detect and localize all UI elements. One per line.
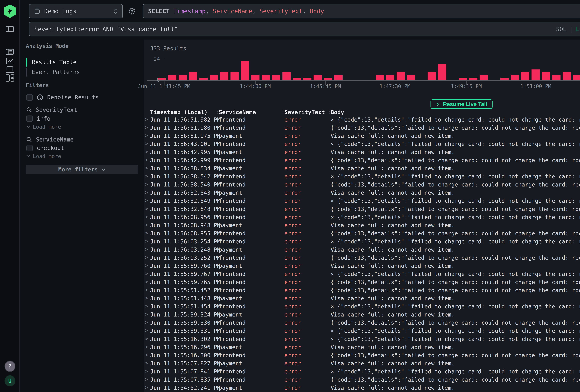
row-expand-chevron-icon[interactable]: > — [145, 206, 148, 212]
table-row[interactable]: > Jun 11 1:56:42.999 PM frontend error {… — [144, 156, 580, 165]
table-row[interactable]: > Jun 11 1:55:16.300 PM frontend error {… — [144, 351, 580, 360]
table-row[interactable]: > Jun 11 1:55:51.454 PM frontend error ×… — [144, 303, 580, 311]
row-expand-chevron-icon[interactable]: > — [145, 165, 148, 171]
histogram-bar[interactable] — [397, 72, 405, 80]
row-expand-chevron-icon[interactable]: > — [145, 255, 148, 260]
facet-servicename-header[interactable]: ServiceName — [26, 136, 74, 143]
table-row[interactable]: > Jun 11 1:56:38.534 PM payment error Vi… — [144, 165, 580, 173]
row-expand-chevron-icon[interactable]: > — [145, 246, 148, 252]
denoise-results-row[interactable]: Denoise Results — [26, 94, 99, 101]
select-clause-input[interactable]: SELECT Timestamp, ServiceName, SeverityT… — [143, 4, 580, 18]
table-row[interactable]: > Jun 11 1:56:08.955 PM frontend error {… — [144, 230, 580, 238]
histogram-bar[interactable] — [532, 69, 540, 80]
histogram-bar[interactable] — [552, 75, 561, 80]
facet-option-info[interactable]: info — [26, 115, 50, 122]
table-row[interactable]: > Jun 11 1:56:03.254 PM frontend error ×… — [144, 238, 580, 246]
row-expand-chevron-icon[interactable]: > — [145, 319, 148, 325]
histogram-bar[interactable] — [262, 75, 270, 80]
histogram-bar[interactable] — [428, 72, 436, 80]
table-row[interactable]: > Jun 11 1:55:51.452 PM frontend error {… — [144, 286, 580, 295]
row-expand-chevron-icon[interactable]: > — [145, 141, 148, 146]
table-row[interactable]: > Jun 11 1:56:43.001 PM frontend error ×… — [144, 140, 580, 148]
table-row[interactable]: > Jun 11 1:56:08.948 PM payment error Vi… — [144, 221, 580, 230]
checkout-checkbox[interactable] — [26, 145, 33, 151]
row-expand-chevron-icon[interactable]: > — [145, 336, 148, 342]
row-expand-chevron-icon[interactable]: > — [145, 214, 148, 220]
row-expand-chevron-icon[interactable]: > — [145, 149, 148, 155]
facet-option-checkout[interactable]: checkout — [26, 145, 64, 151]
row-expand-chevron-icon[interactable]: > — [145, 181, 148, 187]
table-row[interactable]: > Jun 11 1:55:16.296 PM payment error Vi… — [144, 343, 580, 351]
histogram-bar[interactable] — [376, 75, 384, 80]
col-header-servicename[interactable]: ServiceName — [219, 109, 256, 115]
app-logo[interactable] — [4, 4, 16, 18]
row-expand-chevron-icon[interactable]: > — [145, 295, 148, 301]
col-header-timestamp[interactable]: Timestamp (Local) — [150, 109, 208, 115]
help-button[interactable]: ? — [4, 361, 15, 372]
histogram-bar[interactable] — [511, 75, 519, 80]
histogram-bar[interactable] — [168, 75, 176, 80]
language-toggle-lucene[interactable]: Lucene — [576, 26, 580, 32]
row-expand-chevron-icon[interactable]: > — [145, 279, 148, 285]
row-expand-chevron-icon[interactable]: > — [145, 173, 148, 179]
source-selector[interactable]: Demo Logs — [29, 4, 123, 18]
table-row[interactable]: > Jun 11 1:55:07.835 PM frontend error {… — [144, 376, 580, 384]
table-row[interactable]: > Jun 11 1:56:32.848 PM frontend error {… — [144, 205, 580, 213]
histogram-bar[interactable] — [334, 75, 343, 80]
resume-live-tail-button[interactable]: Resume Live Tail — [431, 99, 493, 109]
sessions-icon[interactable] — [5, 65, 14, 74]
histogram-bar[interactable] — [573, 75, 580, 80]
row-expand-chevron-icon[interactable]: > — [145, 198, 148, 203]
table-row[interactable]: > Jun 11 1:56:51.980 PM frontend error {… — [144, 124, 580, 132]
row-expand-chevron-icon[interactable]: > — [145, 352, 148, 358]
histogram-bar[interactable] — [251, 75, 260, 80]
histogram-bar[interactable] — [480, 75, 488, 80]
info-checkbox[interactable] — [26, 116, 33, 122]
table-row[interactable]: > Jun 11 1:56:32.849 PM frontend error ×… — [144, 197, 580, 205]
mode-results-table[interactable]: Results Table — [26, 58, 77, 67]
search-logs-icon[interactable] — [5, 48, 14, 57]
table-row[interactable]: > Jun 11 1:55:39.324 PM payment error Vi… — [144, 311, 580, 319]
row-expand-chevron-icon[interactable]: > — [145, 385, 148, 390]
histogram-bar[interactable] — [563, 72, 571, 80]
row-expand-chevron-icon[interactable]: > — [145, 262, 148, 268]
table-row[interactable]: > Jun 11 1:56:32.843 PM payment error Vi… — [144, 189, 580, 197]
row-expand-chevron-icon[interactable]: > — [145, 376, 148, 382]
row-expand-chevron-icon[interactable]: > — [145, 368, 148, 374]
histogram-bar[interactable] — [189, 72, 197, 80]
col-header-severitytext[interactable]: SeverityText — [284, 109, 325, 115]
row-expand-chevron-icon[interactable]: > — [145, 189, 148, 195]
histogram-bar[interactable] — [386, 75, 394, 80]
row-expand-chevron-icon[interactable]: > — [145, 344, 148, 350]
histogram-bar[interactable] — [241, 61, 249, 80]
mode-event-patterns[interactable]: Event Patterns — [26, 68, 80, 77]
table-row[interactable]: > Jun 11 1:55:39.330 PM frontend error {… — [144, 319, 580, 327]
user-avatar[interactable]: U — [4, 375, 15, 386]
dashboards-icon[interactable] — [5, 74, 14, 83]
histogram-bar[interactable] — [438, 64, 446, 80]
table-row[interactable]: > Jun 11 1:56:42.995 PM payment error Vi… — [144, 148, 580, 156]
histogram-bar[interactable] — [283, 72, 291, 80]
table-row[interactable]: > Jun 11 1:56:03.252 PM frontend error {… — [144, 254, 580, 262]
table-row[interactable]: > Jun 11 1:56:08.956 PM frontend error ×… — [144, 213, 580, 221]
facet-severitytext-header[interactable]: SeverityText — [26, 106, 77, 113]
row-expand-chevron-icon[interactable]: > — [145, 157, 148, 163]
row-expand-chevron-icon[interactable]: > — [145, 132, 148, 138]
table-row[interactable]: > Jun 11 1:55:59.767 PM frontend error ×… — [144, 270, 580, 278]
search-input[interactable]: SeverityText:error AND "Visa cache full"… — [29, 22, 580, 36]
table-row[interactable]: > Jun 11 1:56:51.975 PM payment error Vi… — [144, 132, 580, 140]
histogram-bar[interactable] — [272, 75, 280, 80]
table-row[interactable]: > Jun 11 1:55:51.448 PM payment error Vi… — [144, 295, 580, 303]
histogram-bar[interactable] — [542, 72, 550, 80]
table-row[interactable]: > Jun 11 1:56:38.542 PM frontend error ×… — [144, 173, 580, 181]
collapse-sidebar-icon[interactable] — [5, 25, 14, 34]
table-row[interactable]: > Jun 11 1:55:16.302 PM frontend error ×… — [144, 335, 580, 343]
table-row[interactable]: > Jun 11 1:55:07.827 PM payment error Vi… — [144, 360, 580, 368]
row-expand-chevron-icon[interactable]: > — [145, 328, 148, 333]
table-row[interactable]: > Jun 11 1:55:07.841 PM frontend error ×… — [144, 368, 580, 376]
histogram-bar[interactable] — [313, 75, 322, 80]
chart-explorer-icon[interactable] — [5, 57, 14, 66]
row-expand-chevron-icon[interactable]: > — [145, 125, 148, 130]
source-settings-gear-icon[interactable] — [128, 7, 136, 15]
col-header-body[interactable]: Body — [331, 109, 344, 115]
